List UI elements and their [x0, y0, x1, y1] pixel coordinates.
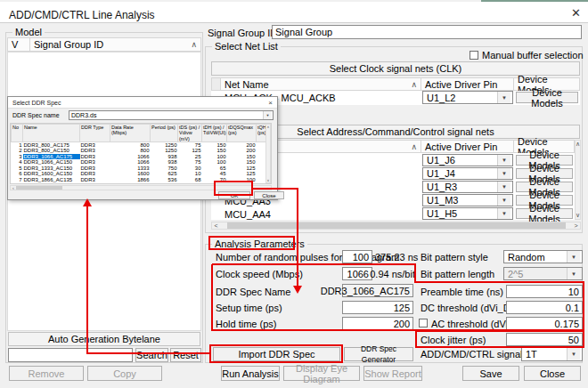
clock-speed-input[interactable]: 1066 [342, 267, 372, 280]
clock-jitter-input[interactable]: 50 [506, 333, 583, 346]
chevron-down-icon: ▼ [497, 182, 510, 192]
close-button[interactable]: Close [524, 366, 581, 381]
clk-device-models-button[interactable]: Device Models [516, 92, 578, 103]
acc-driver-pin-combo[interactable]: U1_J4 ▼ [422, 167, 513, 180]
setup-time-label: Setup time (ps) [216, 303, 282, 314]
sort-asc-icon: ∧ [411, 142, 417, 151]
sort-asc-icon: ∧ [411, 80, 417, 89]
close-icon[interactable]: ✕ [571, 6, 581, 20]
ddr-spec-name-label: DDR Spec Name [216, 287, 290, 298]
clk-col-driver-pin[interactable]: Active Driver Pin [421, 77, 514, 91]
acc-driver-pin-combo[interactable]: U1_H5 ▼ [422, 207, 513, 220]
chevron-down-icon: ▼ [497, 208, 510, 219]
popup-vertical-scrollbar[interactable]: ∧ ∨ [265, 124, 271, 183]
chevron-down-icon: ▼ [497, 92, 510, 103]
ddr-spec-table-wrap: NoNameDDR Type Data Rate (Mbps)Period (p… [10, 123, 272, 184]
clk-col-net-name[interactable]: Net Name ∧ [220, 77, 421, 91]
manual-buffer-label: Manual buffer selection [482, 50, 584, 61]
scroll-left-icon[interactable]: < [212, 222, 220, 229]
acc-horizontal-scrollbar[interactable]: < > [211, 222, 581, 230]
add-cmd-ctrl-dialog: ADD/CMD/CTRL Line Analysis ✕ Model V Sig… [0, 0, 588, 388]
acc-col-driver-pin[interactable]: Active Driver Pin [421, 140, 514, 153]
signal-group-id-label: Signal Group ID [208, 28, 277, 39]
scrollbar-thumb[interactable] [16, 186, 62, 190]
pulses-time-value: 375.23 ns [375, 252, 415, 263]
chevron-down-icon: ▼ [567, 251, 580, 263]
ac-threshold-input[interactable]: 0.175 [506, 317, 583, 330]
ddr-spec-row[interactable]: 1DDR3_800_AC175DDR3 800125075 150200950 [12, 141, 273, 148]
acc-driver-pin-combo[interactable]: U1_R3 ▼ [422, 181, 513, 193]
save-button[interactable]: Save [462, 366, 519, 381]
select-ddr-spec-dialog: Select DDR Spec × DDR Spec name DDR3.ds … [7, 96, 278, 200]
dc-threshold-input[interactable]: 0.1 [506, 301, 583, 314]
display-eye-diagram-button[interactable]: Display Eye Diagram [283, 366, 360, 381]
bit-length-label: Bit pattern length [421, 269, 494, 280]
chevron-down-icon: ▼ [497, 168, 510, 179]
ddr-spec-file-combo[interactable]: DDR3.ds ▼ [69, 110, 274, 120]
signal-group-id-input[interactable] [272, 25, 582, 39]
setup-time-input[interactable]: 125 [342, 301, 413, 314]
popup-title: Select DDR Spec [12, 100, 61, 106]
chevron-down-icon: ▼ [263, 111, 272, 119]
ddr-spec-header-row[interactable]: NoNameDDR Type Data Rate (Mbps)Period (p… [12, 125, 273, 142]
chevron-down-icon: ▼ [497, 155, 510, 166]
hold-time-label: Hold time (ps) [216, 319, 276, 330]
reset-button[interactable]: Reset [170, 348, 201, 362]
ddr-spec-name-field: DDR3_1066_AC175 [342, 284, 413, 297]
acc-vertical-scrollbar[interactable]: ∧ ∨ [575, 140, 581, 220]
remove-button[interactable]: Remove [9, 366, 84, 381]
ddr-spec-generator-button[interactable]: DDR Spec Generator [344, 347, 413, 361]
clk-driver-pin-combo[interactable]: U1_L2 ▼ [422, 91, 513, 104]
model-col-signal-group[interactable]: Signal Group ID ∧ [29, 37, 201, 52]
scroll-right-icon[interactable]: > [572, 222, 580, 229]
search-input[interactable] [8, 348, 133, 362]
ddr-spec-table: NoNameDDR Type Data Rate (Mbps)Period (p… [11, 124, 272, 184]
popup-title-bar: Select DDR Spec × [8, 97, 277, 109]
acc-net-name[interactable]: MCU_AA4 [225, 209, 271, 220]
scroll-down-icon[interactable]: ∨ [267, 178, 270, 182]
clock-jitter-label: Clock jitter (ps) [421, 335, 486, 346]
hold-time-input[interactable]: 200 [342, 317, 413, 330]
preamble-label: Preamble time (ns) [421, 287, 503, 298]
copy-button[interactable]: Copy [87, 366, 162, 381]
preamble-input[interactable]: 10 [506, 285, 583, 298]
ddr-spec-name-popup-label: DDR Spec name [12, 112, 60, 118]
ddr-spec-row[interactable]: 8DDR3_2133_AC135DDR3 213346953 55100475 [12, 182, 273, 184]
chevron-down-icon: ▼ [567, 348, 580, 360]
scroll-up-icon[interactable]: ∧ [576, 141, 580, 148]
auto-generation-bytelane-button[interactable]: Auto Generation Bytelane [8, 332, 200, 346]
scroll-up-icon[interactable]: ∧ [267, 125, 270, 129]
import-ddr-spec-button[interactable]: Import DDR Spec [213, 347, 340, 361]
chevron-down-icon: ▼ [497, 195, 510, 206]
scroll-right-icon[interactable]: > [265, 186, 271, 190]
chevron-down-icon: ▼ [567, 268, 580, 279]
model-group-label: Model [12, 27, 45, 37]
model-col-v[interactable]: V [7, 37, 30, 52]
popup-close-icon[interactable]: × [268, 99, 273, 107]
run-analysis-button[interactable]: Run Analysis [221, 366, 280, 381]
analysis-group-label: Analysis Parameters [212, 238, 307, 249]
scrollbar-thumb[interactable] [227, 222, 566, 229]
manual-buffer-checkbox[interactable] [470, 51, 478, 60]
bit-style-label: Bit pattern style [421, 252, 488, 263]
sort-asc-icon: ∧ [191, 40, 197, 49]
window-title: ADD/CMD/CTRL Line Analysis [9, 9, 155, 21]
clock-speed-label: Clock speed (Mbps) [216, 269, 303, 280]
search-button[interactable]: Search [135, 348, 168, 362]
pulses-input[interactable]: 100 [342, 250, 372, 263]
acc-driver-pin-combo[interactable]: U1_J6 ▼ [422, 154, 513, 166]
net-list-group-label: Select Net List [212, 41, 281, 52]
title-bar: ADD/CMD/CTRL Line Analysis ✕ [0, 2, 588, 23]
scroll-down-icon[interactable]: ∨ [576, 212, 580, 219]
show-report-button[interactable]: Show Report [363, 366, 422, 381]
signal-mode-combo[interactable]: 1T ▼ [521, 347, 583, 361]
bit-length-combo[interactable]: 2^5 ▼ [503, 267, 583, 280]
clock-unit-value: 0.94 ns/bit [370, 269, 415, 280]
acc-driver-pin-combo[interactable]: U1_M3 ▼ [422, 194, 513, 206]
bit-style-combo[interactable]: Random ▼ [503, 250, 583, 263]
ac-threshold-checkbox[interactable] [419, 319, 428, 327]
popup-close-button[interactable]: Close [254, 191, 284, 199]
acc-device-models-button[interactable]: Device Models [516, 208, 573, 219]
popup-ok-button[interactable]: OK [218, 191, 250, 199]
